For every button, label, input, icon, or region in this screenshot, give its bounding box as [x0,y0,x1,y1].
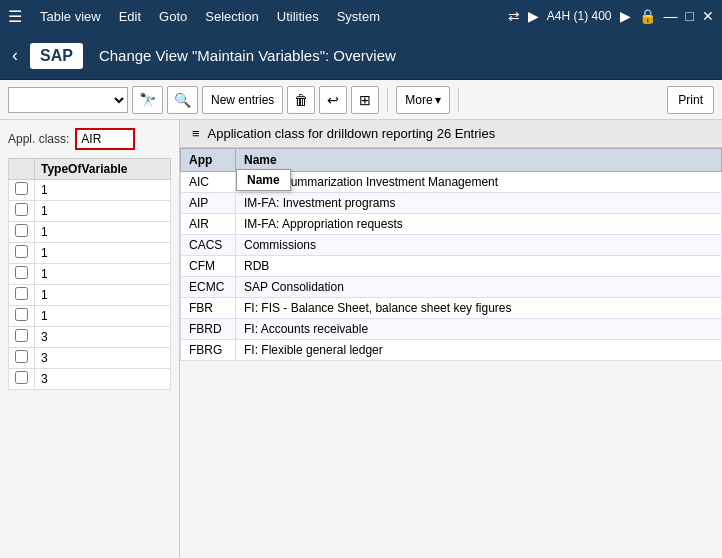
copy-icon: ⊞ [359,92,371,108]
content-area: Appl. class: TypeOfVariable 1 1 [0,120,722,558]
close-icon[interactable]: ✕ [702,8,714,24]
delete-button[interactable]: 🗑 [287,86,315,114]
left-row-checkbox[interactable] [9,201,35,222]
right-table-row: FBR FI: FIS - Balance Sheet, balance she… [181,298,722,319]
appl-class-label: Appl. class: [8,132,69,146]
name-cell: IM-FA: Summarization Investment Manageme… [236,172,722,193]
hamburger-icon[interactable]: ☰ [8,7,22,26]
search-button[interactable]: 🔭 [132,86,163,114]
left-row-value: 1 [35,222,171,243]
left-table-row: 3 [9,369,171,390]
left-table-row: 3 [9,327,171,348]
name-cell: IM-FA: Appropriation requests [236,214,722,235]
app-cell: AIR [181,214,236,235]
right-table: App Name Name AIC IM-FA: Summarization I… [180,148,722,361]
name-cell: RDB [236,256,722,277]
col-app-header: App [181,149,236,172]
menu-goto[interactable]: Goto [151,5,195,28]
print-button[interactable]: Print [667,86,714,114]
appl-class-input[interactable] [75,128,135,150]
hamburger2-icon: ≡ [192,126,200,141]
left-row-checkbox[interactable] [9,264,35,285]
left-row-value: 1 [35,180,171,201]
app-cell: FBR [181,298,236,319]
left-row-value: 1 [35,285,171,306]
name-cell: FI: FIS - Balance Sheet, balance sheet k… [236,298,722,319]
name-cell: SAP Consolidation [236,277,722,298]
right-table-row: ECMC SAP Consolidation [181,277,722,298]
left-row-checkbox[interactable] [9,348,35,369]
left-row-checkbox[interactable] [9,306,35,327]
menu-selection[interactable]: Selection [197,5,266,28]
app-cell: ECMC [181,277,236,298]
left-table-row: 1 [9,264,171,285]
left-table-row: 1 [9,285,171,306]
maximize-icon[interactable]: □ [686,8,694,24]
play-icon[interactable]: ▶ [620,8,631,24]
lock-icon[interactable]: 🔒 [639,8,656,24]
left-row-value: 3 [35,369,171,390]
back-button[interactable]: ‹ [12,45,18,66]
left-row-value: 1 [35,201,171,222]
right-table-row: CACS Commissions [181,235,722,256]
toolbar: 🔭 🔍 New entries 🗑 ↩ ⊞ More ▾ Print [0,80,722,120]
left-row-checkbox[interactable] [9,285,35,306]
right-panel: ≡ Application class for drilldown report… [180,120,722,558]
name-cell: IM-FA: Investment programs [236,193,722,214]
left-row-checkbox[interactable] [9,369,35,390]
app-cell: CFM [181,256,236,277]
left-row-checkbox[interactable] [9,243,35,264]
right-table-row: FBRG FI: Flexible general ledger [181,340,722,361]
col-name-tooltip: Name [236,169,291,191]
col-name-header[interactable]: Name Name [236,149,722,172]
sap-header: ‹ SAP Change View "Maintain Variables": … [0,32,722,80]
menu-bar: ☰ Table view Edit Goto Selection Utiliti… [0,0,722,32]
undo-icon: ↩ [327,92,339,108]
new-entries-button[interactable]: New entries [202,86,283,114]
magnify-icon: 🔍 [174,92,191,108]
name-cell: FI: Accounts receivable [236,319,722,340]
left-row-value: 1 [35,264,171,285]
left-row-value: 3 [35,348,171,369]
left-row-value: 1 [35,306,171,327]
binoculars-icon: 🔭 [139,92,156,108]
search2-button[interactable]: 🔍 [167,86,198,114]
name-cell: FI: Flexible general ledger [236,340,722,361]
left-row-value: 3 [35,327,171,348]
left-table-checkbox-header [9,159,35,180]
left-table-row: 1 [9,243,171,264]
menu-edit[interactable]: Edit [111,5,149,28]
left-table-row: 1 [9,180,171,201]
left-row-checkbox[interactable] [9,222,35,243]
copy-button[interactable]: ⊞ [351,86,379,114]
page-title: Change View "Maintain Variables": Overvi… [99,47,396,64]
undo-button[interactable]: ↩ [319,86,347,114]
app-cell: FBRD [181,319,236,340]
right-table-area[interactable]: App Name Name AIC IM-FA: Summarization I… [180,148,722,558]
left-row-checkbox[interactable] [9,180,35,201]
right-header-text: Application class for drilldown reportin… [208,126,496,141]
toolbar-select[interactable] [8,87,128,113]
transfer-icon[interactable]: ⇄ [508,8,520,24]
more-label: More [405,93,432,107]
app-cell: CACS [181,235,236,256]
toolbar-separator2 [458,88,459,112]
menu-utilities[interactable]: Utilities [269,5,327,28]
left-row-value: 1 [35,243,171,264]
minimize-icon[interactable]: — [664,8,678,24]
delete-icon: 🗑 [294,92,308,108]
left-table-row: 1 [9,306,171,327]
right-table-row: CFM RDB [181,256,722,277]
left-table: TypeOfVariable 1 1 1 1 [8,158,171,390]
arrow-right-icon[interactable]: ▶ [528,8,539,24]
app-cell: AIC [181,172,236,193]
more-button[interactable]: More ▾ [396,86,449,114]
app-cell: AIP [181,193,236,214]
left-table-row: 1 [9,222,171,243]
right-table-row: AIR IM-FA: Appropriation requests [181,214,722,235]
session-code: A4H (1) 400 [547,9,612,23]
menu-system[interactable]: System [329,5,388,28]
left-row-checkbox[interactable] [9,327,35,348]
menu-table-view[interactable]: Table view [32,5,109,28]
right-table-row: AIP IM-FA: Investment programs [181,193,722,214]
